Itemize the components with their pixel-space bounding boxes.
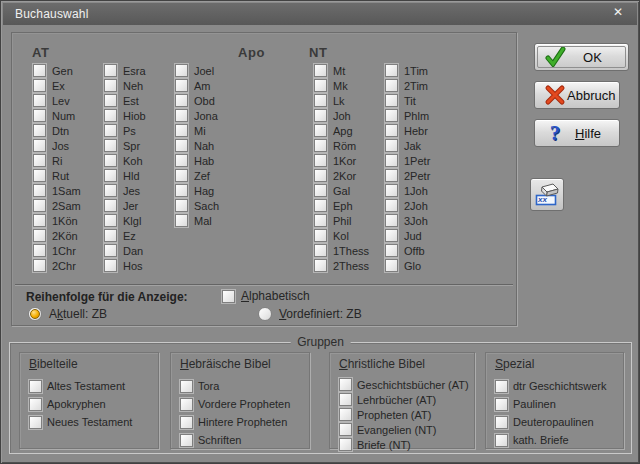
book-checkbox-row[interactable]: 2Petr <box>385 168 430 183</box>
checkbox[interactable] <box>495 380 508 393</box>
checkbox[interactable] <box>495 416 508 429</box>
book-checkbox-row[interactable]: Rut <box>33 168 81 183</box>
book-checkbox-row[interactable]: Hiob <box>104 108 146 123</box>
book-checkbox-row[interactable]: Joel <box>175 63 219 78</box>
book-checkbox-row[interactable]: Joh <box>314 108 369 123</box>
checkbox[interactable] <box>314 229 327 242</box>
group-item-label[interactable]: Paulinen <box>513 398 556 410</box>
book-label[interactable]: Lk <box>333 95 345 107</box>
checkbox[interactable] <box>104 94 117 107</box>
checkbox[interactable] <box>222 290 235 303</box>
book-label[interactable]: Hag <box>194 185 214 197</box>
checkbox[interactable] <box>385 229 398 242</box>
checkbox[interactable] <box>104 124 117 137</box>
book-checkbox-row[interactable]: Tit <box>385 93 430 108</box>
book-checkbox-row[interactable]: Num <box>33 108 81 123</box>
group-item-label[interactable]: dtr Geschichtswerk <box>513 380 607 392</box>
book-label[interactable]: Joel <box>194 65 214 77</box>
group-checkbox-row[interactable]: Neues Testament <box>29 413 158 431</box>
checkbox[interactable] <box>314 184 327 197</box>
alphabetical-checkbox-row[interactable]: Alphabetisch <box>222 289 310 303</box>
checkbox[interactable] <box>104 79 117 92</box>
book-checkbox-row[interactable]: Obd <box>175 93 219 108</box>
book-label[interactable]: Hld <box>123 170 140 182</box>
book-checkbox-row[interactable]: 1Petr <box>385 153 430 168</box>
checkbox[interactable] <box>385 259 398 272</box>
book-checkbox-row[interactable]: Jona <box>175 108 219 123</box>
checkbox[interactable] <box>33 184 46 197</box>
book-label[interactable]: Nah <box>194 140 214 152</box>
group-checkbox-row[interactable]: dtr Geschichtswerk <box>495 377 623 395</box>
group-checkbox-row[interactable]: Geschichtsbücher (AT) <box>339 377 474 392</box>
book-checkbox-row[interactable]: Neh <box>104 78 146 93</box>
checkbox[interactable] <box>314 259 327 272</box>
checkbox[interactable] <box>314 124 327 137</box>
book-checkbox-row[interactable]: 2Thess <box>314 258 369 273</box>
book-label[interactable]: Glo <box>404 260 421 272</box>
checkbox[interactable] <box>175 169 188 182</box>
book-checkbox-row[interactable]: Glo <box>385 258 430 273</box>
book-label[interactable]: Zef <box>194 170 210 182</box>
checkbox[interactable] <box>104 154 117 167</box>
book-label[interactable]: Ex <box>52 80 65 92</box>
book-label[interactable]: 1Sam <box>52 185 81 197</box>
group-checkbox-row[interactable]: Briefe (NT) <box>339 437 474 452</box>
book-label[interactable]: Phil <box>333 215 351 227</box>
ok-button[interactable]: OK <box>534 43 629 71</box>
radio-predefined-order[interactable]: Vordefiniert: ZB <box>258 307 362 321</box>
checkbox[interactable] <box>33 199 46 212</box>
checkbox[interactable] <box>314 154 327 167</box>
book-checkbox-row[interactable]: Mt <box>314 63 369 78</box>
book-label[interactable]: Hab <box>194 155 214 167</box>
book-checkbox-row[interactable]: Sach <box>175 198 219 213</box>
book-checkbox-row[interactable]: Mk <box>314 78 369 93</box>
book-label[interactable]: Joh <box>333 110 351 122</box>
book-label[interactable]: Am <box>194 80 211 92</box>
checkbox[interactable] <box>175 124 188 137</box>
checkbox[interactable] <box>104 64 117 77</box>
cancel-button[interactable]: Abbruch <box>534 81 620 109</box>
book-checkbox-row[interactable]: Ps <box>104 123 146 138</box>
book-label[interactable]: Est <box>123 95 139 107</box>
book-checkbox-row[interactable]: 1Kor <box>314 153 369 168</box>
checkbox[interactable] <box>314 94 327 107</box>
book-label[interactable]: 2Tim <box>404 80 428 92</box>
group-item-label[interactable]: Briefe (NT) <box>357 439 411 451</box>
book-checkbox-row[interactable]: Gen <box>33 63 81 78</box>
book-label[interactable]: Mt <box>333 65 345 77</box>
book-checkbox-row[interactable]: 1Tim <box>385 63 430 78</box>
book-label[interactable]: Jona <box>194 110 218 122</box>
group-item-label[interactable]: Evangelien (NT) <box>357 424 436 436</box>
book-label[interactable]: Neh <box>123 80 143 92</box>
book-label[interactable]: 2Sam <box>52 200 81 212</box>
book-label[interactable]: Rut <box>52 170 69 182</box>
checkbox[interactable] <box>29 398 42 411</box>
book-label[interactable]: 1Kön <box>52 215 78 227</box>
book-checkbox-row[interactable]: Am <box>175 78 219 93</box>
group-checkbox-row[interactable]: Lehrbücher (AT) <box>339 392 474 407</box>
radio-current-order[interactable]: Aktuell: ZB <box>28 307 107 321</box>
book-checkbox-row[interactable]: 2Joh <box>385 198 430 213</box>
checkbox[interactable] <box>339 393 352 406</box>
checkbox[interactable] <box>385 109 398 122</box>
checkbox[interactable] <box>339 378 352 391</box>
book-label[interactable]: 2Chr <box>52 260 76 272</box>
checkbox[interactable] <box>33 154 46 167</box>
book-label[interactable]: Jer <box>123 200 138 212</box>
checkbox[interactable] <box>104 229 117 242</box>
checkbox[interactable] <box>385 79 398 92</box>
checkbox[interactable] <box>314 79 327 92</box>
book-checkbox-row[interactable]: Nah <box>175 138 219 153</box>
group-item-label[interactable]: kath. Briefe <box>513 434 569 446</box>
book-checkbox-row[interactable]: Dtn <box>33 123 81 138</box>
alphabetical-label[interactable]: Alphabetisch <box>241 289 310 303</box>
checkbox[interactable] <box>385 244 398 257</box>
checkbox[interactable] <box>175 64 188 77</box>
group-checkbox-row[interactable]: Vordere Propheten <box>180 395 309 413</box>
checkbox[interactable] <box>104 169 117 182</box>
checkbox[interactable] <box>180 398 193 411</box>
book-checkbox-row[interactable]: 2Sam <box>33 198 81 213</box>
book-label[interactable]: Jes <box>123 185 140 197</box>
group-checkbox-row[interactable]: Propheten (AT) <box>339 407 474 422</box>
book-label[interactable]: Röm <box>333 140 356 152</box>
